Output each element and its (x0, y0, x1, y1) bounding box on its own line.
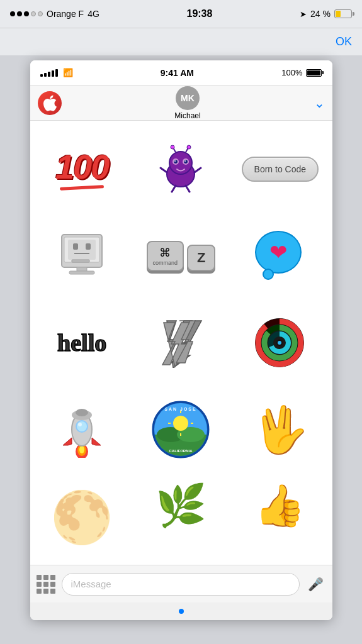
command-z-container: ⌘ command Z (147, 241, 216, 271)
sig-bar-5 (55, 69, 58, 77)
sticker-100[interactable]: 100 (35, 128, 129, 210)
page-dot-row (30, 602, 332, 620)
svg-line-13 (195, 168, 201, 172)
apple-logo-svg (43, 95, 57, 111)
signal-dot-3 (24, 11, 29, 16)
svg-point-9 (171, 145, 174, 149)
outer-time: 19:38 (186, 8, 212, 19)
svg-rect-21 (72, 260, 89, 262)
sig-bar-3 (48, 72, 50, 77)
svg-point-43 (78, 423, 82, 426)
grid-dot (50, 575, 55, 580)
sticker-hello[interactable]: hello (35, 302, 129, 384)
svg-text:SAN JOSE: SAN JOSE (165, 407, 197, 411)
apple-icon (38, 91, 62, 115)
sticker-vulcan[interactable]: 🖖 (233, 389, 327, 470)
sticker-rocket[interactable] (35, 389, 129, 470)
sticker-activity-ring[interactable] (233, 302, 327, 384)
signal-dots (10, 11, 43, 16)
svg-rect-18 (68, 240, 96, 260)
network-label: 4G (88, 9, 99, 19)
carrier-label: Orange F (47, 9, 84, 19)
svg-line-12 (161, 168, 167, 172)
svg-point-38 (79, 446, 84, 453)
hello-text: hello (57, 329, 106, 357)
sticker-grid: 100 (30, 121, 332, 565)
outer-status-right: ➤ 24 % (300, 9, 352, 19)
grid-dot (43, 582, 48, 587)
command-key: ⌘ command (147, 241, 184, 271)
sticker-command-z[interactable]: ⌘ command Z (134, 215, 228, 297)
signal-dot-4 (31, 11, 36, 16)
svg-point-41 (76, 409, 88, 416)
contact-name: Michael (174, 111, 200, 120)
svg-point-5 (184, 160, 188, 164)
outer-status-left: Orange F 4G (10, 9, 99, 19)
rocket-svg (57, 401, 107, 458)
inner-time: 9:41 AM (161, 68, 194, 78)
avatar-initials: MK (181, 93, 195, 103)
grid-dot (50, 589, 55, 594)
signal-dot-5 (38, 11, 43, 16)
inner-status-left: 📶 (40, 68, 73, 77)
message-placeholder: iMessage (71, 579, 111, 589)
vulcan-emoji: 🖖 (252, 403, 308, 457)
phone-frame: 📶 9:41 AM 100% MK Michael ⌄ (30, 60, 332, 620)
apps-grid-icon[interactable] (37, 575, 55, 594)
inner-status-right: 100% (281, 68, 322, 77)
inner-status-bar: 📶 9:41 AM 100% (30, 60, 332, 86)
inner-battery-pct: 100% (281, 68, 302, 77)
grid-dot (43, 575, 48, 580)
wifi-icon: 📶 (63, 68, 73, 77)
ok-button[interactable]: OK (336, 35, 352, 48)
outer-status-bar: Orange F 4G 19:38 ➤ 24 % (0, 0, 362, 28)
location-icon: ➤ (300, 9, 307, 19)
svg-rect-23 (69, 271, 94, 274)
sticker-partial-thumb[interactable]: 👍 (233, 475, 327, 557)
activity-ring-svg (253, 316, 307, 370)
love-bubble-container: ❤ (255, 231, 305, 281)
sticker-love-bubble[interactable]: ❤ (233, 215, 327, 297)
san-jose-container: SAN JOSE CALIFORNIA (152, 401, 210, 458)
sticker-partial-leaves[interactable]: 🌿 (134, 475, 228, 557)
alien-svg (156, 144, 206, 194)
svg-point-11 (187, 145, 191, 149)
sig-bar-4 (52, 70, 54, 77)
svg-marker-45 (92, 438, 101, 445)
sticker-born-to-code[interactable]: Born to Code (233, 128, 327, 210)
battery-fill (336, 11, 341, 17)
svg-rect-22 (77, 267, 87, 271)
sticker-mac[interactable] (35, 215, 129, 297)
svg-point-7 (184, 160, 186, 162)
sticker-partial-sun[interactable]: 🌕 (35, 475, 129, 557)
grid-dot (50, 582, 55, 587)
signal-dot-2 (17, 11, 22, 16)
chevron-down-icon[interactable]: ⌄ (314, 96, 325, 111)
svg-point-6 (174, 160, 176, 162)
svg-rect-19 (73, 243, 78, 250)
signal-dot-1 (10, 11, 15, 16)
grid-dot (43, 589, 48, 594)
mac-svg (57, 230, 107, 283)
sticker-lightning[interactable] (134, 302, 228, 384)
svg-point-52 (173, 416, 188, 431)
message-header: MK Michael ⌄ (30, 86, 332, 121)
svg-point-42 (76, 421, 88, 432)
sig-bar-2 (44, 73, 47, 77)
battery-icon (334, 9, 352, 18)
bubble-tail (263, 269, 274, 280)
svg-point-35 (278, 341, 281, 345)
svg-line-14 (172, 186, 176, 192)
born-to-code-label: Born to Code (242, 157, 319, 182)
inner-battery (306, 69, 322, 77)
san-jose-svg: SAN JOSE CALIFORNIA (152, 401, 210, 458)
z-key: Z (187, 245, 215, 271)
sticker-san-jose[interactable]: SAN JOSE CALIFORNIA (134, 389, 228, 470)
header-center: MK Michael (62, 86, 314, 120)
message-input[interactable]: iMessage (62, 573, 300, 596)
svg-line-15 (186, 186, 189, 192)
microphone-button[interactable]: 🎤 (306, 574, 326, 594)
sticker-alien[interactable] (134, 128, 228, 210)
battery-pct-label: 24 % (310, 9, 331, 19)
thumb-emoji: 👍 (254, 482, 305, 530)
